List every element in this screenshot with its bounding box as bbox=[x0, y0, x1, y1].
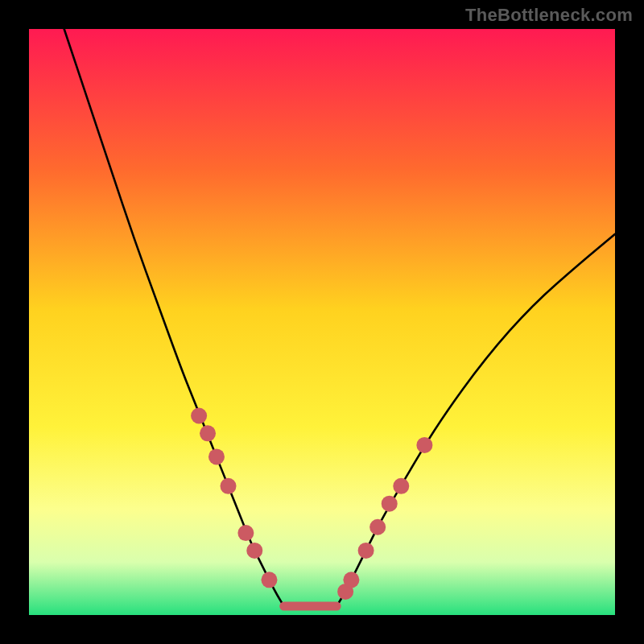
marker-dot bbox=[261, 572, 277, 588]
marker-dot bbox=[382, 496, 398, 512]
marker-dot bbox=[221, 478, 237, 494]
plot-area bbox=[29, 29, 615, 615]
marker-dot bbox=[200, 425, 216, 441]
marker-dot bbox=[237, 525, 254, 541]
marker-dot bbox=[358, 543, 374, 559]
marker-dot bbox=[416, 437, 432, 453]
watermark-text: TheBottleneck.com bbox=[465, 5, 633, 26]
chart-container: TheBottleneck.com bbox=[0, 0, 644, 644]
marker-dot bbox=[246, 543, 262, 559]
marker-dot bbox=[208, 448, 225, 464]
bottleneck-chart bbox=[0, 0, 644, 644]
marker-dot bbox=[191, 407, 207, 423]
marker-dot bbox=[393, 478, 409, 494]
marker-dot bbox=[369, 519, 386, 535]
marker-dot bbox=[343, 572, 359, 588]
